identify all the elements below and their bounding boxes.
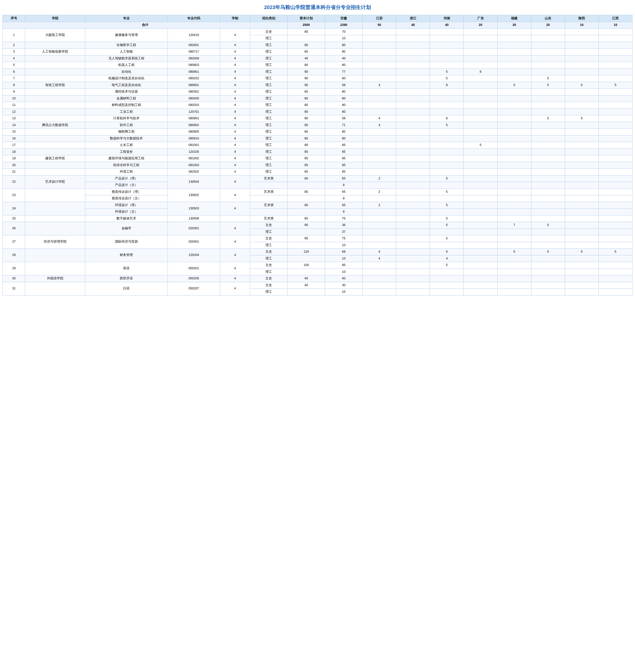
cell-fujian [497, 235, 531, 242]
cell-fujian [497, 122, 531, 129]
cell-code: 080405 [168, 95, 220, 102]
cell-code: 082009 [168, 55, 220, 62]
cell-jiangsu [363, 28, 396, 35]
cell-henan [430, 195, 464, 202]
cell-anhui: 36 [325, 222, 363, 229]
cell-zhejiang [396, 195, 430, 202]
cell-shaanxi [565, 289, 598, 296]
cell-jiangxi [598, 48, 632, 56]
cell-henan [430, 48, 464, 56]
cell-henan [430, 62, 464, 69]
cell-shandong [531, 255, 565, 262]
cell-jiangsu [363, 89, 396, 95]
cell-guangdong [464, 115, 497, 122]
cell-zhejiang [396, 149, 430, 155]
cell-shandong [531, 35, 565, 42]
cell-shandong [531, 262, 565, 269]
cell-shaanxi [565, 48, 598, 56]
cell-code: 080203 [168, 102, 220, 109]
cell-fujian [497, 68, 531, 75]
cell-guangdong [464, 215, 497, 222]
cell-type: 理工 [250, 48, 288, 56]
cell-shandong [531, 135, 565, 142]
cell-henan [430, 282, 464, 289]
cell-shaanxi [565, 155, 598, 162]
table-row: 30外国语学院西班牙语0502054文史4040 [3, 275, 633, 282]
cell-zhejiang [396, 235, 430, 242]
cell-shandong [531, 275, 565, 282]
cell-plan: 85 [288, 169, 325, 175]
cell-plan: 80 [288, 28, 325, 35]
cell-shaanxi [565, 129, 598, 135]
cell-college [25, 249, 85, 262]
cell-jiangxi [598, 162, 632, 169]
cell-jiangsu: 2 [363, 202, 396, 209]
cell-zhejiang [396, 162, 430, 169]
subtotal-shandong: 20 [531, 22, 565, 29]
cell-jiangsu [363, 169, 396, 175]
cell-anhui: 8 [325, 195, 363, 202]
cell-zhejiang [396, 189, 430, 195]
subtotal-anhui: 2290 [325, 22, 363, 29]
cell-jiangsu [363, 129, 396, 135]
cell-fujian [497, 35, 531, 42]
cell-no: 28 [3, 249, 25, 262]
cell-shandong [531, 189, 565, 195]
cell-shandong: 5 [531, 222, 565, 229]
cell-anhui: 80 [325, 95, 363, 102]
cell-henan [430, 275, 464, 282]
cell-anhui: 65 [325, 202, 363, 209]
cell-plan: 80 [288, 62, 325, 69]
cell-jiangxi [598, 28, 632, 35]
cell-shandong [531, 202, 565, 209]
cell-code: 080905 [168, 129, 220, 135]
cell-henan: 5 [430, 68, 464, 75]
cell-henan [430, 108, 464, 115]
cell-zhejiang [396, 229, 430, 235]
cell-major: 材料成型及控制工程 [85, 102, 168, 109]
cell-jiangxi [598, 242, 632, 249]
cell-zhejiang [396, 169, 430, 175]
cell-type: 艺术类 [250, 215, 288, 222]
table-row: 25数字媒体艺术130508艺术类80755 [3, 215, 633, 222]
cell-code: 080910 [168, 135, 220, 142]
cell-jiangsu [363, 275, 396, 282]
cell-guangdong [464, 255, 497, 262]
cell-type: 理工 [250, 255, 288, 262]
table-row: 29英语0502014文史100855 [3, 262, 633, 269]
subtotal-zhejiang: 40 [396, 22, 430, 29]
cell-plan: 80 [288, 202, 325, 209]
table-row: 17土木工程0810014理工90855 [3, 142, 633, 149]
table-row: 2生物医学工程0826014理工8080 [3, 42, 633, 48]
subtotal-shaanxi: 10 [565, 22, 598, 29]
cell-code: 120701 [168, 108, 220, 115]
cell-fujian [497, 242, 531, 249]
cell-no: 29 [3, 262, 25, 275]
cell-jiangxi [598, 195, 632, 202]
header-year: 学制 [220, 15, 250, 22]
cell-plan: 80 [288, 215, 325, 222]
cell-no: 17 [3, 142, 25, 149]
cell-zhejiang [396, 268, 430, 275]
cell-year: 4 [220, 169, 250, 175]
cell-henan [430, 149, 464, 155]
cell-year: 4 [220, 275, 250, 282]
cell-major: 机器人工程 [85, 62, 168, 69]
cell-type: 理工 [250, 268, 288, 275]
cell-no: 20 [3, 162, 25, 169]
cell-shandong [531, 48, 565, 56]
cell-henan [430, 242, 464, 249]
cell-year: 4 [220, 89, 250, 95]
cell-zhejiang [396, 129, 430, 135]
cell-no: 8 [3, 82, 25, 89]
cell-no: 12 [3, 108, 25, 115]
cell-college [25, 149, 85, 155]
cell-no: 14 [3, 122, 25, 129]
cell-type: 理工 [250, 35, 288, 42]
cell-jiangsu: 2 [363, 175, 396, 182]
cell-guangdong [464, 82, 497, 89]
cell-henan [430, 129, 464, 135]
cell-henan [430, 169, 464, 175]
cell-plan: 80 [288, 108, 325, 115]
cell-shaanxi: 5 [565, 249, 598, 256]
